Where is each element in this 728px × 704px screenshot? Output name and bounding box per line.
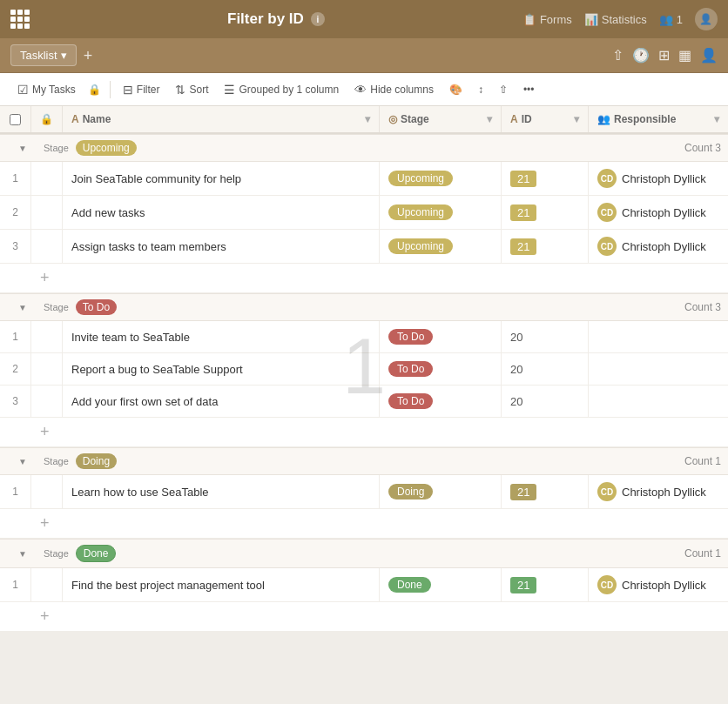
history-icon[interactable]: 🕐 (632, 47, 650, 64)
table-row[interactable]: 1 Join SeaTable community for help Upcom… (0, 162, 728, 196)
add-row-icon: + (40, 607, 50, 626)
avatar: CD (597, 203, 617, 222)
app-grid-icon[interactable] (10, 10, 30, 29)
table-row[interactable]: 1 Invite team to SeaTable To Do 20 (0, 321, 728, 353)
responsible-cell: CD Christoph Dyllick (597, 575, 706, 594)
table-row[interactable]: 3 Add your first own set of data To Do 2… (0, 386, 728, 418)
th-name[interactable]: A Name ▾ (63, 106, 380, 132)
row-lock (31, 321, 63, 352)
row-responsible: CD Christoph Dyllick (589, 196, 728, 229)
responsible-col-dropdown[interactable]: ▾ (714, 113, 719, 125)
group-label: Grouped by 1 column (239, 84, 339, 96)
group-toggle-done[interactable]: ▼ (18, 549, 27, 559)
toolbar-right-icons: ⇧ 🕐 ⊞ ▦ 👤 (612, 47, 718, 64)
info-icon[interactable]: i (311, 12, 325, 26)
share-button[interactable]: ⇧ (492, 80, 515, 99)
add-view-button[interactable]: + (84, 48, 93, 64)
table-row[interactable]: 2 Report a bug to SeaTable Support To Do… (0, 353, 728, 386)
group-toggle-todo[interactable]: ▼ (18, 303, 27, 312)
add-row-doing[interactable]: + (0, 509, 728, 539)
row-id: 20 (502, 386, 589, 417)
row-number: 1 (0, 321, 31, 352)
id-col-dropdown[interactable]: ▾ (574, 113, 579, 125)
user-avatar[interactable]: 👤 (695, 8, 718, 30)
row-name[interactable]: Learn how to use SeaTable (63, 475, 380, 508)
row-lock (31, 196, 63, 229)
add-row-done[interactable]: + (0, 602, 728, 632)
row-name[interactable]: Add your first own set of data (63, 386, 380, 417)
group-toggle-upcoming[interactable]: ▼ (18, 144, 27, 153)
row-name[interactable]: Add new tasks (63, 196, 380, 229)
page-title: Filter by ID (227, 10, 304, 28)
row-height-button[interactable]: ↕ (471, 80, 490, 99)
users-nav[interactable]: 👥 1 (659, 13, 683, 26)
responsible-name: Christoph Dyllick (622, 172, 706, 185)
row-number: 2 (0, 353, 31, 385)
group-button[interactable]: ☰ Grouped by 1 column (217, 79, 346, 100)
stage-col-dropdown[interactable]: ▾ (487, 113, 492, 125)
row-stage[interactable]: To Do (380, 353, 502, 385)
more-button[interactable]: ••• (516, 80, 542, 99)
add-row-upcoming[interactable]: + (0, 264, 728, 293)
view-toolbar: Tasklist ▾ + ⇧ 🕐 ⊞ ▦ 👤 (0, 38, 728, 73)
table-row[interactable]: 1 Learn how to use SeaTable Doing 21 CD … (0, 475, 728, 509)
filter-wrapper: ⊟ Filter (116, 79, 167, 100)
th-responsible[interactable]: 👥 Responsible ▾ (589, 106, 728, 132)
table-settings-icon[interactable]: ⊞ (658, 47, 670, 64)
color-button[interactable]: 🎨 (442, 80, 469, 99)
group-icon: ☰ (224, 83, 235, 97)
filter-button[interactable]: ⊟ Filter (116, 79, 167, 100)
row-stage[interactable]: To Do (380, 386, 502, 417)
th-stage[interactable]: ◎ Stage ▾ (380, 106, 502, 132)
sort-button[interactable]: ⇅ Sort (168, 79, 215, 100)
group-toggle-doing[interactable]: ▼ (18, 457, 27, 466)
row-responsible (589, 321, 728, 352)
my-tasks-button[interactable]: ☑ My Tasks (10, 79, 83, 100)
group-stage-label: Stage (44, 548, 69, 559)
group-count-todo: Count 3 (684, 301, 721, 313)
row-responsible: CD Christoph Dyllick (589, 162, 728, 195)
group-stage-label: Stage (44, 143, 69, 153)
row-stage[interactable]: To Do (380, 321, 502, 352)
group-count-done: Count 1 (684, 547, 721, 560)
select-all-checkbox[interactable] (10, 114, 21, 125)
row-number: 3 (0, 386, 31, 417)
row-stage[interactable]: Upcoming (380, 196, 502, 229)
row-name[interactable]: Assign tasks to team members (63, 230, 380, 263)
share-icon[interactable]: ⇧ (612, 47, 624, 64)
row-responsible: CD Christoph Dyllick (589, 475, 728, 508)
tasklist-button[interactable]: Tasklist ▾ (10, 44, 77, 66)
group-header-upcoming: ▼ Stage Upcoming Count 3 (0, 134, 728, 162)
divider-1 (110, 81, 111, 98)
grid-view-icon[interactable]: ▦ (678, 47, 691, 64)
row-number: 1 (0, 162, 31, 195)
user-view-icon[interactable]: 👤 (700, 47, 718, 64)
responsible-name: Christoph Dyllick (622, 579, 706, 592)
tasklist-label: Tasklist (20, 49, 57, 62)
row-stage[interactable]: Done (380, 568, 502, 601)
row-name[interactable]: Join SeaTable community for help (63, 162, 380, 195)
table-row[interactable]: 1 Find the best project management tool … (0, 568, 728, 602)
th-id[interactable]: A ID ▾ (502, 106, 589, 132)
row-stage[interactable]: Upcoming (380, 230, 502, 263)
group-count-upcoming: Count 3 (684, 142, 721, 154)
name-col-icon: A (71, 113, 79, 125)
th-lock: 🔒 (31, 106, 63, 132)
row-lock (31, 386, 63, 417)
hide-columns-button[interactable]: 👁 Hide columns (347, 79, 441, 100)
row-name[interactable]: Report a bug to SeaTable Support (63, 353, 380, 385)
name-col-dropdown[interactable]: ▾ (365, 113, 370, 125)
forms-nav[interactable]: 📋 Forms (522, 13, 572, 26)
th-checkbox[interactable] (0, 106, 31, 132)
statistics-nav[interactable]: 📊 Statistics (584, 13, 647, 26)
row-name[interactable]: Find the best project management tool (63, 568, 380, 601)
add-row-icon: + (40, 514, 50, 533)
row-stage[interactable]: Upcoming (380, 162, 502, 195)
table-row[interactable]: 3 Assign tasks to team members Upcoming … (0, 230, 728, 264)
row-name[interactable]: Invite team to SeaTable (63, 321, 380, 352)
table-row[interactable]: 2 Add new tasks Upcoming 21 CD Christoph… (0, 196, 728, 230)
row-id: 21 (502, 230, 589, 263)
add-row-todo[interactable]: + (0, 418, 728, 447)
group-stage-badge-done: Done (76, 545, 117, 562)
row-stage[interactable]: Doing (380, 475, 502, 508)
